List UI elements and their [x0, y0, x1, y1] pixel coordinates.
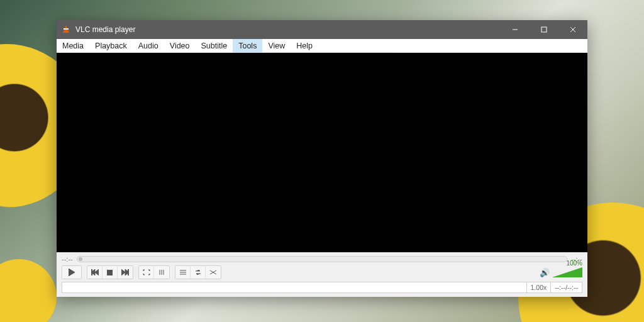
playback-speed[interactable]: 1.00x	[527, 282, 552, 293]
close-button[interactable]	[558, 20, 587, 39]
playlist-button[interactable]	[175, 266, 191, 279]
app-window: VLC media player MediaPlaybackAudioVideo…	[57, 20, 587, 297]
menu-view[interactable]: View	[262, 39, 291, 52]
ext-settings-button[interactable]	[154, 266, 169, 279]
volume-percent: 100%	[566, 260, 582, 267]
prev-button[interactable]	[87, 266, 103, 279]
menu-tools[interactable]: Tools⚙Effects and FiltersCtrl+ETrack Syn…	[233, 39, 262, 52]
titlebar[interactable]: VLC media player	[57, 20, 587, 39]
volume-slider[interactable]: 100%	[552, 267, 582, 277]
svg-rect-1	[541, 27, 547, 32]
speaker-icon[interactable]: 🔊	[540, 268, 550, 277]
menu-subtitle[interactable]: Subtitle	[196, 39, 233, 52]
video-area[interactable]	[57, 53, 587, 252]
menu-playback[interactable]: Playback	[89, 39, 133, 52]
menu-help[interactable]: Help	[291, 39, 318, 52]
minimize-button[interactable]	[501, 20, 530, 39]
shuffle-button[interactable]	[206, 266, 221, 279]
svg-rect-8	[107, 270, 113, 275]
maximize-button[interactable]	[530, 20, 558, 39]
svg-marker-7	[95, 269, 99, 275]
play-button[interactable]	[62, 266, 81, 279]
elapsed-time: --:--	[62, 255, 73, 263]
fullscreen-button[interactable]	[139, 266, 154, 279]
svg-rect-11	[128, 269, 130, 275]
vlc-cone-icon	[62, 25, 70, 34]
svg-rect-6	[91, 269, 92, 275]
svg-marker-9	[121, 269, 125, 275]
menu-media[interactable]: Media	[57, 39, 89, 52]
menu-video[interactable]: Video	[164, 39, 196, 52]
window-title: VLC media player	[75, 25, 135, 34]
stop-button[interactable]	[103, 266, 118, 279]
menu-audio[interactable]: Audio	[133, 39, 164, 52]
seek-slider[interactable]	[77, 256, 568, 262]
time-display: --:--/--:--	[551, 282, 582, 293]
loop-button[interactable]	[191, 266, 206, 279]
menubar: MediaPlaybackAudioVideoSubtitleTools⚙Eff…	[57, 39, 587, 53]
controls-panel: --:-- --:--	[57, 252, 587, 297]
next-button[interactable]	[118, 266, 133, 279]
status-text	[62, 282, 527, 293]
svg-marker-4	[69, 269, 75, 276]
wallpaper-sunflower	[0, 253, 63, 322]
